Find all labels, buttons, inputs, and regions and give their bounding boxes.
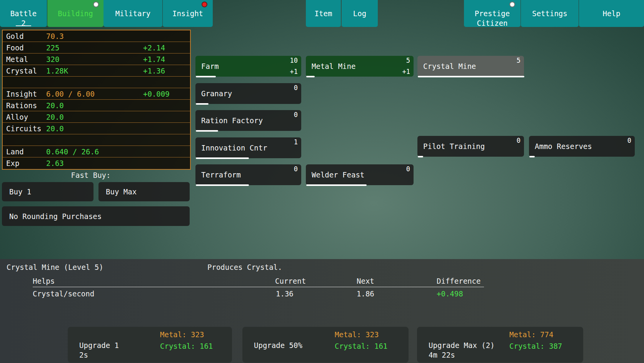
battle-progress-underline [16,25,31,26]
tab-help[interactable]: Help [579,0,644,27]
resource-row-alloy: Alloy 20.0 [3,111,190,123]
upgrade-label: Upgrade 50% [254,341,302,350]
building-progress-bar [529,156,535,157]
building-count: 5 [406,57,410,64]
resource-label: Circuits [6,124,46,133]
building-progress-bar [418,76,524,77]
building-name: Ration Factory [201,116,263,125]
fast-buy-label: Fast Buy: [52,171,129,179]
building-notification-dot-icon [93,2,99,7]
crystal-cost: Crystal: 161 [335,340,387,352]
tab-military[interactable]: Military [103,0,162,27]
building-innovation-cntr-button[interactable]: Innovation Cntr 1 [195,137,301,158]
building-plus-indicator: +1 [402,68,410,75]
upgrade-costs: Metal: 774 Crystal: 387 [509,329,562,352]
building-ration-factory-button[interactable]: Ration Factory 0 [195,110,301,131]
building-progress-bar [196,76,216,77]
resource-value: 20.0 [46,124,64,133]
building-count: 0 [294,111,298,119]
table-header-helps: Helps [33,277,55,285]
tab-battle[interactable]: Battle 2 [0,0,47,27]
upgrade-label: Upgrade 1 2s [79,341,119,360]
upgrade-max-button[interactable]: Metal: 774 Crystal: 387 Upgrade Max (2) … [417,327,583,363]
building-granary-button[interactable]: Granary 0 [195,83,301,104]
detail-title: Crystal Mine (Level 5) [7,263,103,271]
resource-rate: +0.009 [143,90,170,98]
building-progress-bar [418,156,423,157]
resource-row-exp: Exp 2.63 [3,157,190,169]
table-row-label: Crystal/second [33,289,94,298]
buy-max-button[interactable]: Buy Max [98,182,190,201]
building-name: Innovation Cntr [201,144,267,152]
tab-building[interactable]: Building [47,0,103,27]
building-welder-feast-button[interactable]: Welder Feast 0 [306,164,414,185]
tab-battle-level: 2 [21,18,25,28]
resource-value: 320 [46,55,59,64]
building-progress-bar [196,157,249,159]
crystal-cost: Crystal: 161 [160,340,213,352]
resource-value: 0.640 / 26.6 [46,147,99,156]
building-name: Farm [201,62,219,70]
building-ammo-reserves-button[interactable]: Ammo Reserves 0 [529,136,635,157]
detail-description: Produces Crystal. [207,263,282,271]
resource-value: 225 [46,43,59,52]
resource-panel: Gold 70.3 Food 225 +2.14 Metal 320 +1.74… [2,30,191,170]
resource-value: 2.63 [46,159,64,167]
insight-alert-dot-icon [202,2,207,7]
no-rounding-label: No Rounding Purchases [9,212,102,221]
resource-row-circuits: Circuits 20.0 [3,123,190,134]
resource-row-metal: Metal 320 +1.74 [3,54,190,65]
tab-settings[interactable]: Settings [521,0,579,27]
tab-insight[interactable]: Insight [163,0,213,27]
prestige-notification-dot-icon [509,2,515,7]
building-metal-mine-button[interactable]: Metal Mine 5 +1 [306,56,414,77]
building-crystal-mine-button[interactable]: Crystal Mine 5 [417,56,524,77]
resource-row-crystal: Crystal 1.28K +1.36 [3,65,190,77]
resource-label: Rations [6,101,46,110]
building-pilot-training-button[interactable]: Pilot Training 0 [417,136,524,157]
building-name: Ammo Reserves [535,142,592,151]
resource-rate: +1.36 [143,67,165,75]
tab-item[interactable]: Item [306,0,341,27]
resource-label: Insight [6,90,46,98]
tab-prestige[interactable]: Prestige Citizen [464,0,521,27]
tab-log[interactable]: Log [342,0,378,27]
building-name: Crystal Mine [423,62,476,70]
building-progress-bar [196,184,249,186]
tab-help-label: Help [603,9,621,18]
tab-insight-label: Insight [172,9,203,18]
tab-log-label: Log [353,9,366,18]
tab-building-label: Building [58,9,93,18]
building-name: Pilot Training [423,142,485,151]
resource-label: Metal [6,55,46,64]
resource-label: Crystal [6,67,46,75]
buy-1-button[interactable]: Buy 1 [2,182,93,201]
resource-label: Food [6,43,46,52]
upgrade-label-text: Upgrade 50% [254,341,302,350]
tab-prestige-label: Prestige [475,9,510,18]
upgrade-1-button[interactable]: Metal: 323 Crystal: 161 Upgrade 1 2s [68,327,232,363]
resource-rate: +1.74 [143,55,165,64]
building-name: Granary [201,89,232,98]
upgrade-time: 4m 22s [429,350,495,360]
upgrade-label-text: Upgrade 1 [79,341,119,350]
resource-row-rations: Rations 20.0 [3,100,190,111]
upgrade-label: Upgrade Max (2) 4m 22s [429,341,495,360]
resource-spacer-row [3,134,190,146]
building-count: 0 [294,165,298,173]
upgrade-costs: Metal: 323 Crystal: 161 [160,329,213,352]
tab-military-label: Military [115,9,151,18]
building-count: 5 [517,57,521,64]
crystal-cost: Crystal: 387 [509,340,562,352]
no-rounding-purchases-button[interactable]: No Rounding Purchases [2,206,190,226]
buy-1-label: Buy 1 [9,187,31,196]
tab-settings-label: Settings [532,9,567,18]
building-terraform-button[interactable]: Terraform 0 [195,164,301,185]
building-count: 0 [294,84,298,92]
tab-battle-label: Battle [10,9,37,18]
building-count: 10 [290,57,298,64]
building-farm-button[interactable]: Farm 10 +1 [195,56,301,77]
resource-value: 20.0 [46,101,64,110]
upgrade-50-percent-button[interactable]: Metal: 323 Crystal: 161 Upgrade 50% [242,327,409,363]
buy-max-label: Buy Max [106,187,137,196]
